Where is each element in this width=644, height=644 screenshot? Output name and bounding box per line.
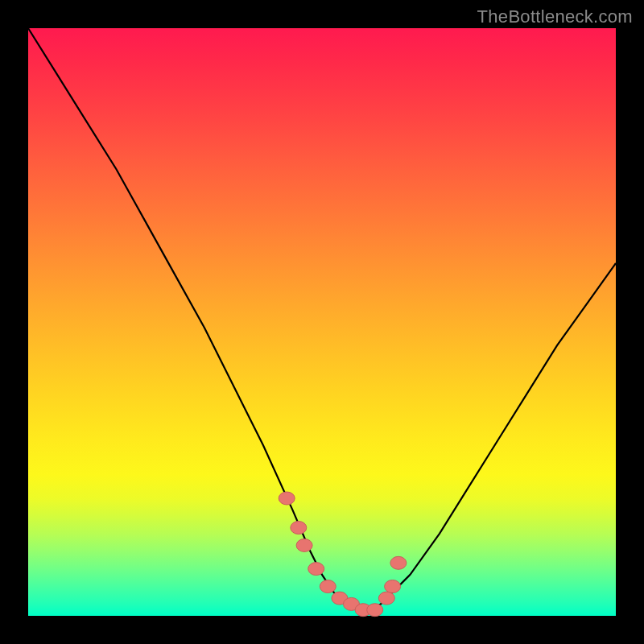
marker-point xyxy=(320,580,336,593)
marker-point xyxy=(367,604,383,617)
watermark-text: TheBottleneck.com xyxy=(477,6,633,27)
marker-point xyxy=(385,580,401,593)
marker-point xyxy=(279,492,295,505)
marker-point xyxy=(291,522,307,535)
chart-svg xyxy=(28,28,616,616)
marker-group xyxy=(279,492,407,617)
marker-point xyxy=(378,592,394,605)
marker-point xyxy=(308,563,324,576)
marker-point xyxy=(296,539,312,551)
marker-point xyxy=(390,556,407,569)
chart-frame: TheBottleneck.com xyxy=(0,0,644,644)
bottleneck-curve xyxy=(28,28,616,610)
